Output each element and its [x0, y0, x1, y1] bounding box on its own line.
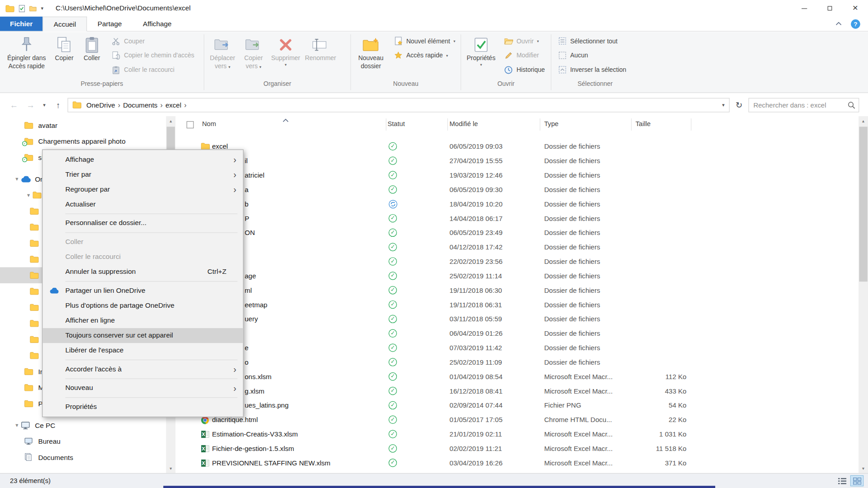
easy-access-button[interactable]: Accès rapide ▾ — [392, 48, 458, 63]
breadcrumb-item[interactable]: OneDrive — [84, 101, 118, 109]
cut-button[interactable]: Couper — [109, 34, 196, 48]
column-header-name[interactable]: Nom — [202, 120, 216, 128]
column-header-status[interactable]: Statut — [387, 120, 405, 128]
scroll-down-icon[interactable]: ▼ — [166, 464, 175, 473]
tab-partage[interactable]: Partage — [87, 17, 132, 31]
file-row[interactable]: P ✓ 14/04/2018 06:17 Dossier de fichiers — [183, 211, 859, 226]
file-row[interactable]: ml ✓ 19/11/2018 06:30 Dossier de fichier… — [183, 283, 859, 298]
column-header-size[interactable]: Taille — [636, 120, 651, 128]
breadcrumb-item[interactable]: Documents — [120, 101, 160, 109]
column-separator[interactable] — [691, 118, 691, 131]
file-row[interactable]: a ✓ 06/05/2019 09:30 Dossier de fichiers — [183, 183, 859, 197]
file-row[interactable]: uery ✓ 03/11/2018 05:59 Dossier de fichi… — [183, 312, 859, 327]
file-row[interactable]: X PREVISIONNEL STAFFING NEW.xlsm ✓ 03/04… — [183, 456, 859, 470]
file-row[interactable]: X Estimation-Creatis-V33.xlsm ✓ 21/01/20… — [183, 427, 859, 441]
details-view-button[interactable] — [835, 475, 849, 486]
rename-button[interactable]: Renommer — [302, 34, 339, 62]
file-row[interactable]: o ✓ 25/02/2019 11:09 Dossier de fichiers — [183, 355, 859, 370]
file-row[interactable]: age ✓ 25/02/2019 11:14 Dossier de fichie… — [183, 269, 859, 283]
copy-to-button[interactable]: Copier vers ▾ — [238, 34, 269, 70]
select-all-button[interactable]: Sélectionner tout — [555, 34, 628, 48]
select-all-checkbox[interactable] — [187, 121, 194, 128]
column-separator[interactable] — [447, 118, 448, 131]
scroll-up-icon[interactable]: ▲ — [166, 116, 175, 126]
collapse-ribbon-icon[interactable] — [835, 22, 842, 26]
paste-button[interactable]: Coller — [78, 34, 106, 62]
thumbnails-view-button[interactable] — [850, 475, 863, 486]
address-bar[interactable]: OneDrive›Documents›excel› ▾ — [67, 98, 729, 112]
context-menu-item[interactable]: Trier par › — [42, 167, 243, 182]
copy-path-button[interactable]: Copier le chemin d'accès — [109, 48, 196, 63]
scrollbar-thumb[interactable] — [859, 127, 867, 282]
scroll-up-icon[interactable]: ▲ — [859, 116, 868, 126]
file-row[interactable]: b 18/04/2019 10:20 Dossier de fichiers — [183, 197, 859, 211]
properties-button[interactable]: Propriétés ▾ — [464, 34, 498, 66]
scroll-down-icon[interactable]: ▼ — [859, 464, 868, 473]
context-menu-item[interactable]: Coller — [42, 235, 243, 249]
column-header-modified[interactable]: Modifié le — [449, 120, 478, 128]
file-row[interactable]: eetmap ✓ 19/11/2018 06:31 Dossier de fic… — [183, 298, 859, 312]
new-folder-button[interactable]: Nouveau dossier — [354, 34, 388, 70]
context-menu-item[interactable]: Personnaliser ce dossier... — [42, 216, 243, 231]
forward-button[interactable]: → — [23, 98, 38, 112]
restore-button[interactable] — [817, 0, 842, 17]
column-header-type[interactable]: Type — [544, 120, 559, 128]
move-to-button[interactable]: Déplacer vers ▾ — [207, 34, 238, 70]
copy-button[interactable]: Copier — [50, 34, 78, 62]
breadcrumb-caret[interactable]: › — [160, 101, 162, 109]
list-scrollbar[interactable]: ▲ ▼ — [859, 116, 868, 473]
context-menu-item[interactable]: Propriétés — [42, 399, 243, 414]
file-row[interactable]: e ✓ 07/03/2019 11:42 Dossier de fichiers — [183, 341, 859, 355]
breadcrumb-item[interactable]: excel — [163, 101, 184, 109]
tab-fichier[interactable]: Fichier — [0, 17, 42, 31]
sort-ascending-icon[interactable] — [282, 117, 289, 124]
file-row[interactable]: g.xlsm ✓ 16/12/2018 08:41 Microsoft Exce… — [183, 384, 859, 399]
file-row[interactable]: excel ✓ 06/05/2019 09:03 Dossier de fich… — [183, 140, 859, 154]
help-icon[interactable]: ? — [851, 19, 860, 28]
up-button[interactable]: ↑ — [51, 98, 66, 112]
pin-to-quick-access-button[interactable]: Épingler dans Accès rapide — [3, 34, 50, 70]
close-button[interactable]: × — [843, 0, 868, 17]
file-row[interactable]: ✓ 04/12/2018 17:42 Dossier de fichiers — [183, 240, 859, 254]
context-menu-item[interactable]: Regrouper par › — [42, 182, 243, 197]
sidebar-item[interactable]: avatar — [0, 117, 166, 134]
history-button[interactable]: Historique — [501, 62, 547, 77]
recent-locations-caret[interactable]: ▾ — [40, 98, 49, 112]
invert-selection-button[interactable]: Inverser la sélection — [555, 62, 628, 77]
back-button[interactable]: ← — [7, 98, 21, 112]
sidebar-item[interactable]: ▾ Ce PC — [0, 417, 166, 433]
context-menu-item[interactable]: Accorder l'accès à › — [42, 362, 243, 377]
context-menu-item[interactable]: Afficher en ligne — [42, 313, 243, 328]
file-row[interactable]: ues_latins.png ✓ 02/09/2014 07:44 Fichie… — [183, 399, 859, 413]
sidebar-item[interactable]: Bureau — [0, 433, 166, 450]
minimize-button[interactable] — [792, 0, 817, 17]
tree-expander-icon[interactable]: ▾ — [13, 422, 21, 428]
column-separator[interactable] — [386, 118, 386, 131]
context-menu-item[interactable]: Toujours conserver sur cet appareil — [42, 328, 243, 343]
select-none-button[interactable]: Aucun — [555, 48, 628, 63]
search-box[interactable]: Rechercher dans : excel — [749, 98, 859, 112]
address-dropdown-caret[interactable]: ▾ — [722, 102, 729, 108]
breadcrumb-caret[interactable]: › — [184, 101, 186, 109]
context-menu-item[interactable]: Actualiser — [42, 197, 243, 212]
context-menu-item[interactable]: Libérer de l'espace — [42, 343, 243, 358]
context-menu-item[interactable]: Annuler la suppression Ctrl+Z — [42, 264, 243, 279]
paste-shortcut-button[interactable]: Coller le raccourci — [109, 62, 196, 77]
file-row[interactable]: X Fichier-de-gestion-1.5.xlsm ✓ 02/02/20… — [183, 441, 859, 456]
qat-customize-caret[interactable]: ▾ — [41, 5, 44, 11]
context-menu-item[interactable]: Partager un lien OneDrive — [42, 283, 243, 298]
context-menu-item[interactable]: Coller le raccourci — [42, 249, 243, 264]
delete-button[interactable]: Supprimer ▾ — [269, 34, 302, 66]
sidebar-item[interactable]: ✓ Chargements appareil photo — [0, 133, 166, 150]
tree-expander-icon[interactable]: ▾ — [24, 192, 33, 198]
open-button[interactable]: Ouvrir ▾ — [501, 34, 547, 48]
context-menu-item[interactable]: Plus d'options de partage OneDrive — [42, 298, 243, 313]
file-row[interactable]: ON ✓ 06/05/2019 23:49 Dossier de fichier… — [183, 226, 859, 240]
context-menu-item[interactable]: Nouveau › — [42, 380, 243, 395]
column-separator[interactable] — [631, 118, 632, 131]
tab-accueil[interactable]: Accueil — [42, 17, 87, 32]
tree-expander-icon[interactable]: ▾ — [13, 176, 21, 182]
file-row[interactable]: ✓ 06/04/2019 01:26 Dossier de fichiers — [183, 326, 859, 341]
qat-properties-button[interactable] — [19, 5, 25, 12]
edit-button[interactable]: Modifier — [501, 48, 547, 63]
